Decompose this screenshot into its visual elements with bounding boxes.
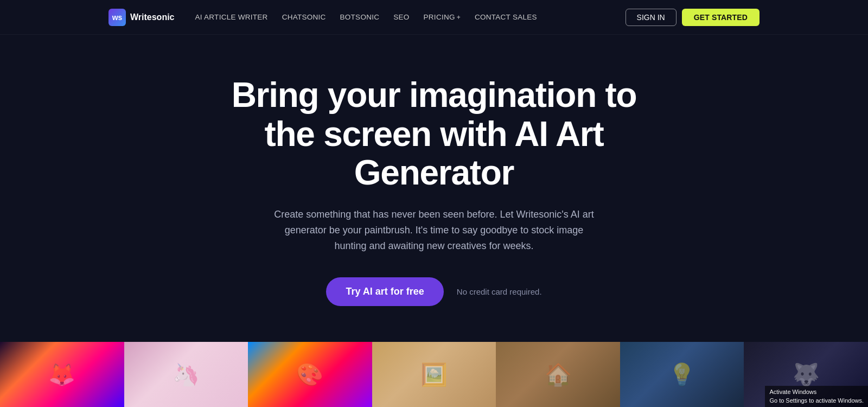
navbar: ws Writesonic AI ARTICLE WRITER CHATSONI… [0,0,868,35]
strip-image-7: 🐺 Activate Windows Go to Settings to act… [744,342,868,407]
hero-section: Bring your imagination to the screen wit… [0,0,868,328]
nav-link-chatsonic[interactable]: CHATSONIC [277,10,331,24]
nav-link-pricing[interactable]: PRICING + [418,10,466,24]
nav-actions: SIGN IN GET STARTED [626,9,760,26]
get-started-button[interactable]: GET STARTED [682,9,760,26]
logo[interactable]: ws Writesonic [108,9,175,26]
nav-link-contact-sales[interactable]: CONTACT SALES [469,10,542,24]
strip-decor-2: 🦄 [173,362,200,387]
nav-link-seo[interactable]: SEO [388,10,414,24]
nav-link-botsonic[interactable]: BOTSONIC [335,10,385,24]
nav-links: AI ARTICLE WRITER CHATSONIC BOTSONIC SEO… [190,10,619,24]
windows-notice-line1: Activate Windows [769,388,864,396]
strip-image-6: 💡 [620,342,744,407]
logo-text: Writesonic [130,12,175,22]
signin-button[interactable]: SIGN IN [626,9,676,26]
logo-icon: ws [108,9,126,26]
no-credit-card-label: No credit card required. [457,287,542,296]
hero-subtitle: Create something that has never been see… [271,207,597,253]
try-ai-art-button[interactable]: Try AI art for free [326,277,443,306]
strip-decor-3: 🎨 [296,362,323,387]
strip-decor-7: 🐺 [793,362,820,387]
windows-notice-line2: Go to Settings to activate Windows. [769,397,864,405]
strip-image-1: 🦊 [0,342,124,407]
strip-image-5: 🏠 [496,342,620,407]
strip-decor-6: 💡 [668,362,695,387]
strip-image-3: 🎨 [248,342,372,407]
nav-link-ai-article-writer[interactable]: AI ARTICLE WRITER [190,10,273,24]
windows-notice: Activate Windows Go to Settings to activ… [765,386,868,407]
strip-decor-4: 🖼️ [420,362,448,387]
hero-title: Bring your imagination to the screen wit… [222,76,646,193]
strip-image-4: 🖼️ [372,342,496,407]
strip-decor-5: 🏠 [545,362,572,387]
plus-icon: + [457,14,461,21]
strip-decor-1: 🦊 [48,362,75,387]
hero-cta: Try AI art for free No credit card requi… [326,277,541,306]
image-strip: 🦊 🦄 🎨 🖼️ 🏠 💡 🐺 Activate Windows Go to Se… [0,342,868,407]
strip-image-2: 🦄 [124,342,248,407]
